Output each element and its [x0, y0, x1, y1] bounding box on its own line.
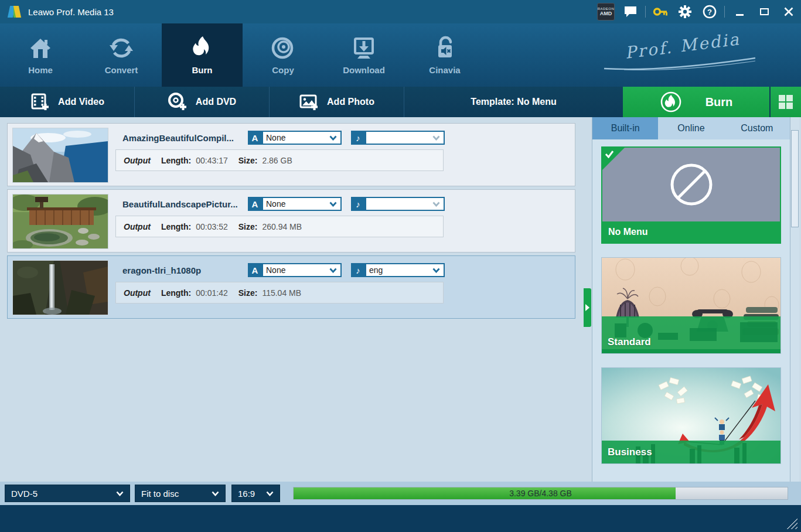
disc-settings-bar: DVD-5 Fit to disc 16:9 3.39 GB/4.38 GB [0, 482, 801, 505]
titlebar-separator [645, 6, 646, 18]
audio-value: eng [369, 265, 383, 275]
disc-type-select[interactable]: DVD-5 [5, 485, 130, 502]
template-no-menu[interactable]: No Menu [601, 146, 781, 244]
no-menu-icon [667, 160, 716, 209]
subtitle-icon: A [248, 131, 262, 145]
chevron-down-icon [432, 268, 440, 273]
file-row[interactable]: BeautifulLandscapePictur... A None ♪ [7, 189, 575, 253]
subtitle-icon: A [248, 263, 262, 277]
maximize-button[interactable] [752, 0, 776, 23]
gear-icon [678, 5, 692, 19]
audio-icon: ♪ [351, 263, 365, 277]
file-title: eragon-tlri_h1080p [122, 265, 247, 275]
capacity-progress-bar: 3.39 GB/4.38 GB [293, 487, 788, 500]
template-sidebar: Built-in Online Custom No Menu [592, 117, 790, 482]
add-dvd-icon [168, 92, 188, 112]
subtitle-value: None [266, 265, 285, 275]
nav-download[interactable]: Download [323, 23, 404, 87]
video-thumbnail [12, 260, 108, 315]
nav-cinavia[interactable]: Cinavia [404, 23, 485, 87]
audio-select[interactable] [365, 197, 445, 211]
tab-built-in[interactable]: Built-in [592, 117, 658, 139]
feedback-button[interactable] [618, 0, 643, 23]
size-label: Size: [238, 288, 258, 298]
resize-grip[interactable] [786, 517, 797, 529]
add-video-label: Add Video [58, 97, 104, 107]
nav-convert[interactable]: Convert [81, 23, 162, 87]
close-button[interactable] [776, 0, 801, 23]
burn-button[interactable]: Burn [623, 87, 769, 117]
minimize-icon [736, 14, 744, 16]
size-value: 2.86 GB [262, 156, 292, 165]
template-name: No Menu [602, 221, 780, 243]
convert-icon [108, 35, 134, 61]
template-tabs: Built-in Online Custom [592, 117, 790, 139]
template-standard[interactable]: Standard [601, 257, 781, 354]
audio-icon: ♪ [351, 197, 365, 211]
audio-select[interactable] [365, 131, 445, 145]
fit-mode-select[interactable]: Fit to disc [135, 485, 226, 502]
minimize-button[interactable] [727, 0, 752, 23]
video-thumbnail [12, 128, 108, 183]
amd-radeon-icon: RADEON AMD [597, 3, 615, 21]
amd-radeon-button[interactable]: RADEON AMD [594, 0, 618, 23]
selected-check-icon [602, 148, 625, 170]
output-info: Output Length: 00:03:52 Size: 260.94 MB [115, 216, 444, 237]
nav-home[interactable]: Home [0, 23, 81, 87]
aspect-ratio-select[interactable]: 16:9 [231, 485, 280, 502]
subtitle-select[interactable]: None [262, 197, 342, 211]
tab-custom[interactable]: Custom [724, 117, 790, 139]
chat-bubble-icon [623, 5, 638, 18]
size-label: Size: [238, 222, 258, 231]
add-dvd-button[interactable]: Add DVD [135, 87, 270, 117]
add-photo-icon [299, 92, 319, 112]
scrollbar-thumb[interactable] [791, 130, 799, 227]
panel-expander-handle[interactable] [584, 288, 591, 327]
tab-online[interactable]: Online [658, 117, 724, 139]
subtitle-value: None [266, 133, 285, 142]
template-selector-button[interactable]: Template: No Menu [404, 87, 623, 117]
subtitle-value: None [266, 199, 285, 209]
subtitle-icon: A [248, 197, 262, 211]
add-video-button[interactable]: Add Video [0, 87, 135, 117]
length-label: Length: [161, 222, 191, 231]
video-thumbnail [12, 194, 108, 249]
close-icon [784, 7, 793, 16]
audio-select[interactable]: eng [365, 263, 445, 277]
chevron-down-icon [329, 268, 337, 273]
disc-icon [270, 35, 296, 61]
length-value: 00:01:42 [196, 288, 228, 298]
download-icon [351, 35, 377, 61]
aspect-ratio-value: 16:9 [238, 489, 255, 499]
settings-button[interactable] [673, 0, 697, 23]
audio-icon: ♪ [351, 131, 365, 145]
arrow-right-icon [585, 304, 589, 311]
size-value: 260.94 MB [262, 222, 302, 231]
burn-button-label: Burn [705, 96, 733, 109]
help-button[interactable]: ? [697, 0, 722, 23]
subtitle-select[interactable]: None [262, 131, 342, 145]
file-row[interactable]: AmazingBeautifulCompil... A None ♪ [7, 123, 575, 186]
nav-copy[interactable]: Copy [243, 23, 323, 87]
nav-burn[interactable]: Burn [162, 23, 243, 87]
vertical-scrollbar[interactable] [790, 117, 799, 492]
size-label: Size: [238, 156, 258, 165]
chevron-down-icon [432, 135, 440, 141]
subtitle-select[interactable]: None [262, 263, 342, 277]
register-button[interactable] [648, 0, 673, 23]
file-row[interactable]: eragon-tlri_h1080p A None ♪ eng [7, 255, 575, 319]
output-label: Output [124, 156, 151, 165]
app-window: Leawo Prof. Media 13 RADEON AMD [0, 0, 801, 532]
titlebar-separator [724, 6, 725, 18]
add-photo-button[interactable]: Add Photo [270, 87, 404, 117]
layout-grid-button[interactable] [769, 87, 801, 117]
chevron-down-icon [116, 491, 124, 496]
size-value: 115.04 MB [262, 288, 301, 298]
fit-mode-value: Fit to disc [141, 489, 179, 499]
help-icon: ? [703, 5, 717, 19]
template-business[interactable]: Business [601, 367, 781, 464]
brand-text: Prof. Media [624, 29, 742, 63]
key-icon [653, 5, 668, 19]
output-info: Output Length: 00:01:42 Size: 115.04 MB [115, 282, 444, 303]
title-bar: Leawo Prof. Media 13 RADEON AMD [0, 0, 801, 23]
